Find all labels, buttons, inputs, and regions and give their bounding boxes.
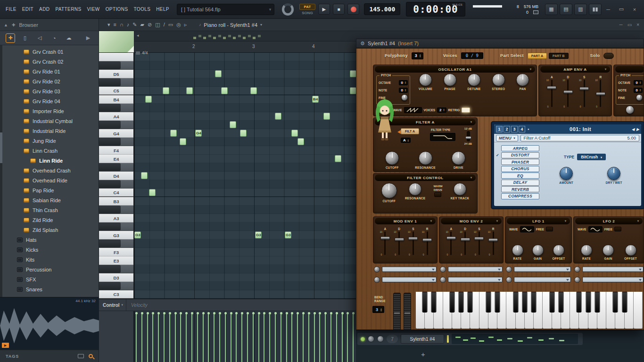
black-key[interactable] <box>531 292 537 313</box>
fx-item-compress[interactable]: COMPRESS <box>501 193 539 199</box>
browser-item-grv-ride-03[interactable]: Grv Ride 03 <box>0 86 99 96</box>
midi-note[interactable] <box>230 121 236 128</box>
velocity-stem[interactable] <box>263 312 265 362</box>
velocity-stem[interactable] <box>308 312 310 362</box>
midi-note[interactable] <box>335 155 341 162</box>
playlist-icon[interactable]: ▦ <box>545 4 558 15</box>
piano-key-d5[interactable]: D5 <box>99 70 134 78</box>
mute-icon[interactable]: ◫ <box>155 22 160 28</box>
black-key[interactable] <box>468 292 473 313</box>
amp-env-a-header[interactable]: AMP ENV A▼ <box>540 66 610 73</box>
midi-note[interactable] <box>291 130 298 137</box>
fx-item-phaser[interactable]: PHASER <box>501 159 539 165</box>
lcd-tab-1[interactable]: 1 <box>496 126 503 132</box>
pitch-b-header[interactable] <box>615 66 644 73</box>
piano-key-g3[interactable]: G3 <box>99 231 134 239</box>
mod-amount-knob[interactable] <box>440 266 446 272</box>
midi-note[interactable] <box>149 189 156 196</box>
midi-note[interactable] <box>186 87 193 94</box>
fx-item-distort[interactable]: DISTORT <box>501 152 539 158</box>
midi-note[interactable] <box>170 130 177 137</box>
mod-amount-knob[interactable] <box>574 277 580 283</box>
mod-target-dropdown[interactable] <box>448 277 503 282</box>
menu-view[interactable]: VIEW <box>84 7 103 12</box>
slider-handle[interactable] <box>395 238 404 241</box>
midi-note[interactable] <box>141 172 148 179</box>
midi-note[interactable] <box>350 70 356 77</box>
piano-key-f-4[interactable] <box>99 138 134 146</box>
mixer-icon[interactable]: ▮▮ <box>589 4 602 15</box>
song-mode-led[interactable]: SONG <box>299 11 315 15</box>
black-key[interactable] <box>449 292 454 313</box>
channel-selector-led[interactable] <box>447 335 449 343</box>
black-key[interactable] <box>422 292 428 313</box>
lfo2-free-button[interactable] <box>614 227 621 231</box>
midi-note[interactable]: B4 <box>312 96 319 103</box>
control-label[interactable]: Control <box>99 303 120 308</box>
velocity-stem[interactable] <box>330 312 332 362</box>
slider-handle[interactable] <box>547 86 556 90</box>
pin-icon[interactable]: ✚ <box>12 23 16 27</box>
black-key[interactable] <box>558 292 563 313</box>
black-key[interactable] <box>594 292 600 313</box>
paint-icon[interactable]: ▰ <box>140 22 144 28</box>
piano-key-b4[interactable]: B4 <box>99 95 134 104</box>
oscillator-a1-header[interactable]: OSCILLATOR A1▼ <box>375 66 535 73</box>
browser-item-jung-ride[interactable]: Jung Ride <box>0 136 99 146</box>
slider-handle[interactable] <box>380 237 390 240</box>
piano-roll-icon[interactable]: ▤ <box>560 4 572 15</box>
menu-add[interactable]: ADD <box>36 7 52 12</box>
chevron-down-icon[interactable]: ▾ <box>122 303 124 307</box>
slider-handle[interactable] <box>408 237 418 240</box>
channel-enable-led[interactable] <box>361 337 365 341</box>
menu-file[interactable]: FILE <box>3 7 19 12</box>
slider-handle[interactable] <box>422 239 432 242</box>
black-key[interactable] <box>513 292 518 313</box>
pr-minimize-button[interactable]: ─ <box>619 22 623 27</box>
fx-item-reverb[interactable]: REVERB <box>501 186 539 192</box>
velocity-stem[interactable] <box>286 312 288 362</box>
minimize-button[interactable]: ─ <box>602 5 615 14</box>
slider-handle[interactable] <box>579 87 589 90</box>
piano-key-a-3[interactable] <box>99 206 134 214</box>
retrig-button[interactable] <box>462 107 470 113</box>
lfo2-wave-display[interactable] <box>588 226 603 232</box>
black-key[interactable] <box>549 292 554 313</box>
browser-item-sabian-ride[interactable]: Sabian Ride <box>0 195 99 205</box>
osc-voices-stepper[interactable]: 2▲▼ <box>437 107 446 113</box>
slider-handle[interactable] <box>446 237 456 240</box>
octave-b-stepper[interactable]: 0▲▼ <box>634 80 643 85</box>
time-display[interactable]: 0:00:00 M:S:CS <box>406 2 465 16</box>
browser-files-icon[interactable]: ▯ <box>20 33 30 43</box>
piano-key-d4[interactable]: D4 <box>99 172 134 180</box>
pitch-wheel[interactable] <box>393 293 401 330</box>
knob-pitch-b[interactable] <box>626 106 634 114</box>
octave-stepper[interactable]: 0▲▼ <box>399 80 408 85</box>
velocity-stem[interactable] <box>319 312 321 362</box>
mod-env-1-header[interactable]: MOD ENV 1▼ <box>375 218 436 224</box>
velocity-stem[interactable] <box>174 312 177 362</box>
piano-key-g-3[interactable] <box>99 222 134 231</box>
browser-item-industrial-ride[interactable]: Industrial Ride <box>0 126 99 136</box>
play-button[interactable]: ▶ <box>318 4 330 15</box>
note-stepper[interactable]: 0▲▼ <box>399 88 408 93</box>
velocity-stem[interactable] <box>324 312 327 362</box>
piano-key-c4[interactable]: C4 <box>99 189 134 197</box>
next-preset-icon[interactable]: ▶ <box>636 127 639 132</box>
part-a-button[interactable]: PART A <box>528 53 547 59</box>
black-key[interactable] <box>522 292 527 313</box>
mod-amount-knob[interactable] <box>374 266 380 272</box>
fx-item-arpeg[interactable]: ARPEG <box>501 145 539 151</box>
mod-slot[interactable] <box>505 275 572 284</box>
step-sequencer-icon[interactable]: ▥ <box>574 4 587 15</box>
solo-button[interactable] <box>603 53 614 59</box>
browser-item-overhead-crash[interactable]: Overhead Crash <box>0 165 99 175</box>
midi-note[interactable] <box>323 113 330 120</box>
menu-tools[interactable]: TOOLS <box>131 7 153 12</box>
piano-key-a-4[interactable] <box>99 104 134 112</box>
mod-amount-knob[interactable] <box>506 277 512 283</box>
filter-input-stepper[interactable]: A▲▼ <box>401 138 411 143</box>
delete-icon[interactable]: ⊘ <box>148 22 152 28</box>
velocity-stem[interactable] <box>163 312 165 362</box>
fx-item-chorus[interactable]: CHORUS <box>501 166 539 172</box>
